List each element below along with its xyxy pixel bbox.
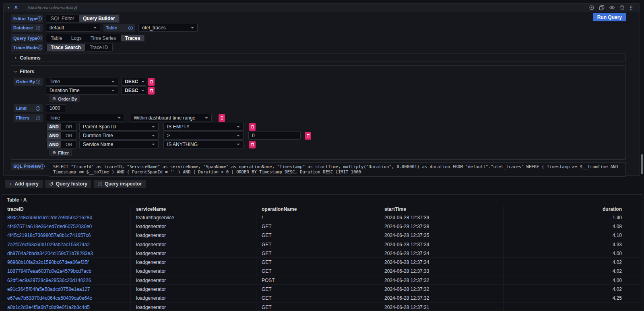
remove-filter-button[interactable] [219, 114, 225, 122]
cell-starttime: 2024-06-28 12:37:32 [379, 285, 504, 293]
chevron-right-icon[interactable]: › [15, 55, 17, 60]
bool-or[interactable]: OR [62, 124, 76, 130]
tab-trace-search[interactable]: Trace Search [47, 44, 85, 51]
tab-traces[interactable]: Traces [121, 35, 144, 41]
table-value: otel_traces [142, 25, 166, 31]
order-by-field-select[interactable]: Time [46, 78, 118, 86]
remove-order-by-button[interactable] [148, 78, 155, 86]
cell-traceid[interactable]: e91c3645f04fa5e58adcd0758e1ea127 [2, 285, 131, 293]
filter-field-select[interactable]: Parent Span ID [79, 123, 159, 131]
query-type-tabs: Table Logs Time Series Traces [46, 34, 145, 42]
tab-time-series[interactable]: Time Series [87, 35, 120, 41]
trash-icon[interactable] [619, 5, 625, 10]
table-row: 62df1ec9a29728c9e29536c20d140226loadgene… [2, 276, 642, 285]
limit-input[interactable] [46, 104, 66, 112]
filter-operator-select[interactable]: IS ANYTHING [163, 140, 244, 148]
add-filter-button[interactable]: ⊕ Filter [49, 149, 72, 156]
info-icon: i [36, 80, 40, 84]
order-by-label-chip: Order By i [14, 78, 43, 86]
columns-section[interactable]: › Columns [11, 54, 626, 62]
cell-starttime: 2024-06-28 12:37:33 [379, 267, 504, 276]
table-header-row: traceID serviceName operationName startT… [2, 206, 642, 213]
column-header-servicename[interactable]: serviceName [131, 206, 256, 213]
column-header-duration[interactable]: duration [504, 206, 642, 213]
cell-traceid[interactable]: 4f45c21918c73698057a8b1c741657c6 [2, 231, 131, 240]
cell-starttime: 2024-06-28 12:37:34 [379, 258, 504, 266]
chevron-down-icon[interactable]: ▾ [8, 6, 10, 10]
filters-section-header[interactable]: › Filters [14, 69, 622, 74]
bool-and[interactable]: AND [47, 132, 61, 139]
cell-traceid[interactable]: 96968b10fa2b2c1590bc67dea06ef35f [2, 258, 131, 266]
chevron-down-icon[interactable]: › [13, 71, 19, 72]
query-history-button[interactable]: ↺ Query history [45, 180, 91, 188]
cell-traceid[interactable]: 62df1ec9a29728c9e29536c20d140226 [2, 276, 131, 284]
database-select[interactable]: default [46, 24, 100, 32]
bool-and[interactable]: AND [47, 141, 61, 148]
tab-query-builder[interactable]: Query Builder [79, 15, 119, 22]
editor-type-label-chip: Editor Type i [11, 14, 43, 23]
tab-table[interactable]: Table [47, 35, 66, 41]
sql-preview-label-chip: SQL Preview i [11, 162, 43, 170]
chevron-down-icon [237, 126, 240, 128]
cell-traceid[interactable]: 7a2f07ecf63c60b1029ab2ac155874a2 [2, 240, 131, 249]
cell-traceid[interactable]: 1887794f7eaa6037d0e2a4579bcd7acb [2, 267, 131, 276]
order-by-direction-select[interactable]: DESC [121, 78, 146, 86]
cell-traceid[interactable]: 89dc7e8c6060c0d12de7e9b50c216284 [2, 213, 131, 222]
order-by-field-select[interactable]: Duration Time [46, 87, 118, 95]
order-by-direction-select[interactable]: DESC [121, 87, 146, 95]
table-select[interactable]: otel_traces [138, 24, 198, 32]
cell-traceid[interactable]: a0b1c2d3e4f5a6b7c8d9e0f1a2b3c4d5 [2, 303, 131, 311]
filter-field-select[interactable]: Duration Time [79, 132, 159, 140]
cell-operationname: GET [256, 258, 379, 266]
filter-operator-select[interactable]: > [163, 132, 244, 140]
record-icon[interactable] [589, 5, 594, 10]
cell-operationname: / [256, 213, 379, 222]
add-order-by-button[interactable]: ⊕ Order By [49, 95, 80, 102]
column-header-operationname[interactable]: operationName [256, 206, 379, 213]
filter-field-select[interactable]: Time [46, 114, 124, 122]
cell-starttime: 2024-06-28 12:37:34 [379, 240, 504, 249]
info-icon: i [36, 26, 40, 30]
chevron-down-icon [237, 135, 240, 136]
add-query-button[interactable]: + Add query [5, 180, 43, 188]
info-icon: i [98, 182, 102, 186]
cell-operationname: POST [256, 276, 379, 284]
query-builder-content: Editor Type i SQL Editor Query Builder D… [4, 12, 640, 177]
remove-filter-button[interactable] [249, 141, 256, 148]
drag-handle-icon[interactable] [629, 5, 633, 10]
tab-logs[interactable]: Logs [67, 35, 86, 41]
cell-starttime: 2024-06-28 12:37:32 [379, 294, 504, 303]
cell-traceid[interactable]: db9704a2bbda34204d159c71b78283e3 [2, 249, 131, 257]
filter-field-value: Service Name [83, 142, 113, 147]
add-filter-label: Filter [58, 150, 69, 155]
bool-and[interactable]: AND [47, 124, 61, 130]
remove-filter-button[interactable] [305, 132, 311, 140]
duplicate-icon[interactable] [599, 5, 605, 10]
query-row-header[interactable]: ▾ A (clickhouse-observability) [4, 4, 640, 12]
column-header-starttime[interactable]: startTime [379, 206, 504, 213]
column-header-traceid[interactable]: traceID [2, 206, 131, 213]
cell-traceid[interactable]: 4f497571a618e364ed7ded60752030e0 [2, 222, 131, 231]
eye-icon[interactable] [609, 5, 615, 10]
query-inspector-button[interactable]: i Query inspector [94, 180, 146, 188]
filter-operator-select[interactable]: Within dashboard time range [130, 114, 212, 122]
bool-or[interactable]: OR [62, 141, 76, 148]
cell-duration: 4.02 [504, 267, 642, 276]
filter-operator-select[interactable]: IS EMPTY [163, 123, 244, 131]
tab-trace-id[interactable]: Trace ID [86, 44, 112, 51]
database-label: Database [13, 25, 33, 30]
tab-sql-editor[interactable]: SQL Editor [47, 15, 78, 22]
bool-toggle: AND OR [46, 140, 77, 148]
remove-filter-button[interactable] [249, 123, 256, 131]
order-by-field-value: Duration Time [50, 88, 80, 93]
filter-value-input[interactable] [248, 132, 301, 140]
cell-traceid[interactable]: e67ee7b53870d4c864ca50409ca0e64c [2, 294, 131, 303]
remove-order-by-button[interactable] [148, 87, 155, 95]
table-row: e91c3645f04fa5e58adcd0758e1ea127loadgene… [2, 285, 642, 294]
bool-or[interactable]: OR [62, 132, 76, 139]
add-query-label: Add query [15, 181, 39, 187]
table-row: 7a2f07ecf63c60b1029ab2ac155874a2loadgene… [2, 240, 642, 249]
scrollbar-thumb[interactable] [641, 154, 643, 174]
filter-field-select[interactable]: Service Name [79, 140, 159, 148]
query-footer: + Add query ↺ Query history i Query insp… [5, 180, 146, 188]
